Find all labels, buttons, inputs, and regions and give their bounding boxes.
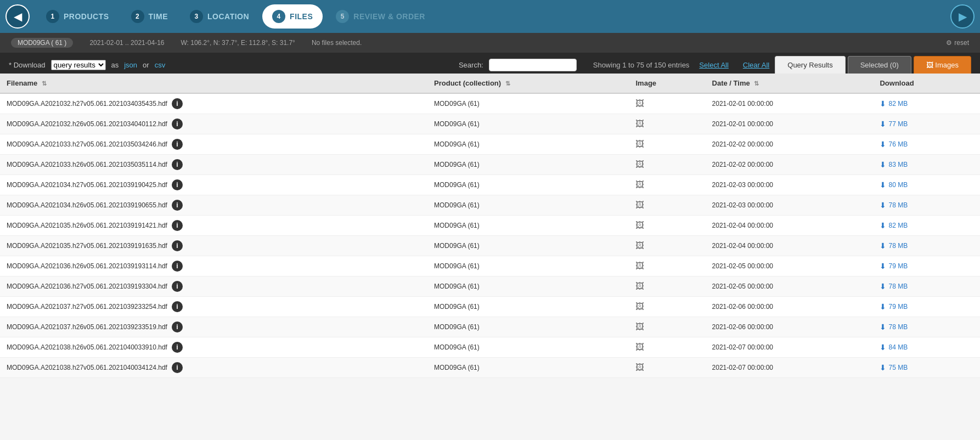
nav-step-products[interactable]: 1 PRODUCTS xyxy=(35,0,120,33)
image-thumbnail-icon[interactable]: 🖼 xyxy=(635,221,644,230)
download-link[interactable]: ⬇ 78 MB xyxy=(880,323,973,331)
info-icon[interactable]: i xyxy=(172,240,183,251)
nav-steps: 1 PRODUCTS 2 TIME 3 LOCATION 4 FILES 5 R… xyxy=(35,0,945,33)
cell-image: 🖼 xyxy=(629,358,705,378)
step-label-files: FILES xyxy=(290,12,313,21)
filename-text: MOD09GA.A2021037.h26v05.061.202103923351… xyxy=(7,323,167,331)
step-num-2: 2 xyxy=(131,10,144,23)
cell-datetime: 2021-02-03 00:00:00 xyxy=(706,175,874,195)
filename-text: MOD09GA.A2021036.h27v05.061.202103919330… xyxy=(7,283,167,290)
image-thumbnail-icon[interactable]: 🖼 xyxy=(635,99,644,108)
info-icon[interactable]: i xyxy=(172,139,183,150)
download-link[interactable]: ⬇ 82 MB xyxy=(880,99,973,108)
download-link[interactable]: ⬇ 77 MB xyxy=(880,120,973,128)
download-link[interactable]: ⬇ 80 MB xyxy=(880,180,973,189)
download-link[interactable]: ⬇ 76 MB xyxy=(880,140,973,149)
download-link[interactable]: ⬇ 84 MB xyxy=(880,343,973,352)
nav-step-time[interactable]: 2 TIME xyxy=(120,0,179,33)
image-thumbnail-icon[interactable]: 🖼 xyxy=(635,200,644,210)
cell-product: MOD09GA (61) xyxy=(427,337,629,358)
filename-text: MOD09GA.A2021038.h26v05.061.202104003391… xyxy=(7,343,167,351)
cell-datetime: 2021-02-06 00:00:00 xyxy=(706,317,874,337)
download-link[interactable]: ⬇ 79 MB xyxy=(880,262,973,270)
info-icon[interactable]: i xyxy=(172,362,183,373)
image-thumbnail-icon[interactable]: 🖼 xyxy=(635,241,644,250)
cell-filename: MOD09GA.A2021034.h26v05.061.202103919065… xyxy=(0,195,427,216)
product-pill: MOD09GA ( 61 ) xyxy=(11,38,73,48)
forward-button[interactable]: ▶ xyxy=(950,4,975,29)
image-thumbnail-icon[interactable]: 🖼 xyxy=(635,281,644,291)
info-icon[interactable]: i xyxy=(172,179,183,190)
image-thumbnail-icon[interactable]: 🖼 xyxy=(635,160,644,169)
info-icon[interactable]: i xyxy=(172,281,183,292)
cell-datetime: 2021-02-01 00:00:00 xyxy=(706,93,874,114)
image-thumbnail-icon[interactable]: 🖼 xyxy=(635,139,644,149)
download-icon: ⬇ xyxy=(880,180,886,189)
json-link[interactable]: json xyxy=(124,61,137,69)
files-status-text: No files selected. xyxy=(312,39,362,47)
tab-images-label: Images xyxy=(935,61,959,69)
info-icon[interactable]: i xyxy=(172,119,183,129)
col-header-image: Image xyxy=(629,74,705,93)
info-icon[interactable]: i xyxy=(172,159,183,170)
image-thumbnail-icon[interactable]: 🖼 xyxy=(635,363,644,372)
search-input[interactable] xyxy=(489,59,577,71)
select-all-button[interactable]: Select All xyxy=(695,61,733,69)
info-icon[interactable]: i xyxy=(172,98,183,109)
image-thumbnail-icon[interactable]: 🖼 xyxy=(635,119,644,128)
info-icon[interactable]: i xyxy=(172,321,183,332)
tab-query-results[interactable]: Query Results xyxy=(775,56,845,74)
info-icon[interactable]: i xyxy=(172,220,183,231)
col-product-label: Product (collection) xyxy=(434,79,501,87)
download-link[interactable]: ⬇ 78 MB xyxy=(880,201,973,210)
sort-icon-product: ⇅ xyxy=(505,80,510,87)
cell-image: 🖼 xyxy=(629,114,705,134)
reset-button[interactable]: ⚙ reset xyxy=(946,39,969,47)
image-thumbnail-icon[interactable]: 🖼 xyxy=(635,322,644,331)
cell-filename: MOD09GA.A2021036.h26v05.061.202103919311… xyxy=(0,256,427,277)
image-thumbnail-icon[interactable]: 🖼 xyxy=(635,261,644,270)
image-thumbnail-icon[interactable]: 🖼 xyxy=(635,180,644,189)
image-thumbnail-icon[interactable]: 🖼 xyxy=(635,302,644,311)
download-link[interactable]: ⬇ 78 MB xyxy=(880,241,973,250)
back-button[interactable]: ◀ xyxy=(5,4,30,29)
clear-all-button[interactable]: Clear All xyxy=(739,61,774,69)
or-label: or xyxy=(143,61,149,69)
tab-images[interactable]: 🖼 Images xyxy=(914,56,971,74)
table-container[interactable]: Filename ⇅ Product (collection) ⇅ Image … xyxy=(0,74,980,378)
image-thumbnail-icon[interactable]: 🖼 xyxy=(635,342,644,352)
download-link[interactable]: ⬇ 83 MB xyxy=(880,160,973,169)
col-header-filename[interactable]: Filename ⇅ xyxy=(0,74,427,93)
table-row: MOD09GA.A2021034.h26v05.061.202103919065… xyxy=(0,195,980,216)
info-icon[interactable]: i xyxy=(172,301,183,312)
download-link[interactable]: ⬇ 82 MB xyxy=(880,221,973,230)
info-icon[interactable]: i xyxy=(172,342,183,353)
cell-product: MOD09GA (61) xyxy=(427,114,629,134)
cell-datetime: 2021-02-07 00:00:00 xyxy=(706,337,874,358)
tab-selected-label: Selected (0) xyxy=(860,61,899,69)
filename-text: MOD09GA.A2021034.h27v05.061.202103919042… xyxy=(7,181,167,189)
tab-selected[interactable]: Selected (0) xyxy=(848,56,911,74)
nav-step-review[interactable]: 5 REVIEW & ORDER xyxy=(325,0,436,33)
step-num-1: 1 xyxy=(46,10,59,23)
col-header-datetime[interactable]: Date / Time ⇅ xyxy=(706,74,874,93)
cell-product: MOD09GA (61) xyxy=(427,155,629,175)
download-icon: ⬇ xyxy=(880,160,886,169)
cell-datetime: 2021-02-04 00:00:00 xyxy=(706,216,874,236)
download-link[interactable]: ⬇ 79 MB xyxy=(880,302,973,311)
download-select[interactable]: query results selected files xyxy=(51,60,106,70)
info-icon[interactable]: i xyxy=(172,200,183,211)
csv-link[interactable]: csv xyxy=(155,61,166,69)
nav-step-location[interactable]: 3 LOCATION xyxy=(179,0,260,33)
table-row: MOD09GA.A2021032.h26v05.061.202103404011… xyxy=(0,114,980,134)
cell-download: ⬇ 79 MB xyxy=(873,256,980,277)
download-link[interactable]: ⬇ 75 MB xyxy=(880,363,973,372)
step-label-location: LOCATION xyxy=(207,12,249,21)
download-icon: ⬇ xyxy=(880,363,886,372)
download-link[interactable]: ⬇ 78 MB xyxy=(880,282,973,291)
info-icon[interactable]: i xyxy=(172,261,183,272)
cell-image: 🖼 xyxy=(629,317,705,337)
nav-step-files[interactable]: 4 FILES xyxy=(262,4,323,29)
col-header-product[interactable]: Product (collection) ⇅ xyxy=(427,74,629,93)
table-row: MOD09GA.A2021035.h27v05.061.202103919163… xyxy=(0,236,980,256)
